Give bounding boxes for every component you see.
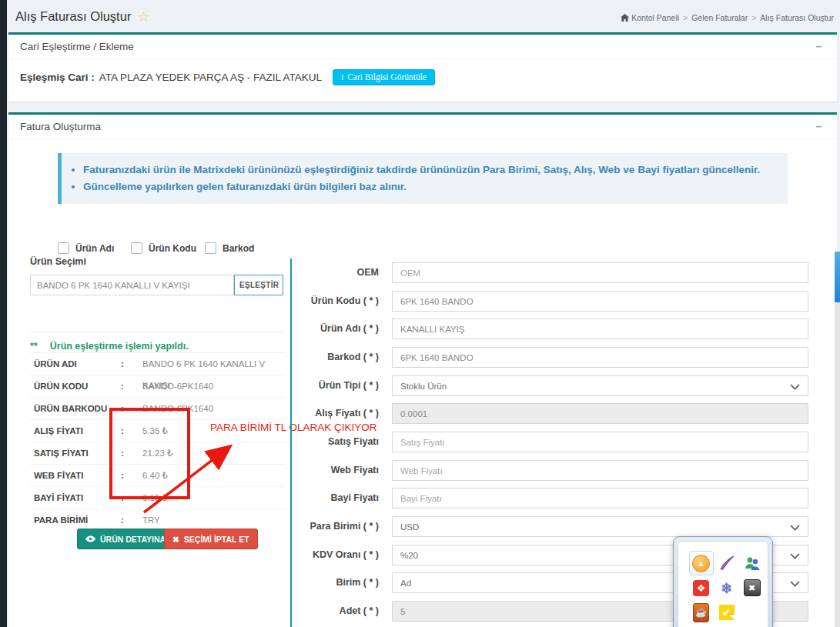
checkbox-barkod[interactable]: Barkod: [205, 242, 254, 254]
detail-colon: :: [121, 353, 124, 375]
breadcrumb-home[interactable]: Kontol Paneli: [631, 13, 679, 22]
detail-label: ALIŞ FİYATI: [34, 420, 83, 442]
field-label: Barkod ( * ): [225, 352, 379, 362]
checkbox-urun-kodu[interactable]: Ürün Kodu: [131, 242, 196, 254]
barcode-input[interactable]: [392, 347, 808, 368]
invoice-panel-header: Fatura Oluşturma −: [8, 115, 837, 139]
note-check-icon[interactable]: ✔: [719, 605, 735, 620]
icon-popup-body: ▲ ❖ ❄ ✖ ☕ ✔: [678, 541, 768, 627]
select-value: USD: [400, 522, 419, 532]
product-type-select[interactable]: Stoklu Ürün: [392, 375, 808, 396]
info-note: Güncelleme yapılırken gelen faturanızdak…: [83, 178, 774, 195]
form-row-bayi-fiyati: Bayi Fiyatı: [225, 488, 817, 509]
selected-tile[interactable]: ▲: [689, 551, 714, 575]
field-label: Satış Fiyatı: [225, 436, 379, 447]
form-row-urun-adi: Ürün Adı ( * ): [225, 319, 817, 339]
form-row-web-fiyati: Web Fiyatı: [225, 460, 817, 481]
people-icon[interactable]: [739, 551, 765, 575]
product-name-input[interactable]: [392, 319, 808, 339]
sidebar-edge: [0, 0, 7, 627]
matched-cari-label: Eşleşmiş Cari :: [20, 72, 95, 83]
form-row-alis-fiyati: Alış Fiyatı ( * ): [225, 403, 817, 424]
detail-value: BANDO-6PK1640: [142, 398, 213, 419]
checkbox-urun-adi[interactable]: Ürün Adı: [58, 242, 114, 254]
home-icon: [621, 14, 629, 22]
field-label: OEM: [225, 267, 379, 278]
collapse-icon[interactable]: −: [815, 115, 822, 138]
oem-input[interactable]: [392, 262, 808, 283]
scrollbar[interactable]: [835, 252, 840, 627]
detail-label: BAYİ FİYATI: [34, 487, 83, 509]
detail-colon: :: [121, 442, 124, 464]
detail-label: PARA BİRİMİ: [34, 509, 88, 531]
page-title: Alış Faturası Oluştur☆: [15, 8, 150, 25]
page-title-text: Alış Faturası Oluştur: [15, 9, 131, 23]
detail-value: 6.40 ₺: [142, 465, 168, 486]
chevron-down-icon: [790, 384, 800, 390]
info-note: Faturanızdaki ürün ile Matrixdeki ürünün…: [83, 162, 774, 178]
currency-select[interactable]: USD: [392, 516, 808, 537]
cari-info-button-label: Cari Bilgisi Görüntüle: [347, 72, 427, 82]
detail-label: ÜRÜN KODU: [34, 375, 88, 397]
checkbox-label: Barkod: [223, 243, 254, 254]
select-value: %20: [400, 551, 418, 560]
cari-panel-body: Eşleşmiş Cari : ATA PLAZA YEDEK PARÇA AŞ…: [8, 59, 837, 95]
up-arrow-orange-icon[interactable]: ▲: [692, 555, 710, 572]
dealer-price-input[interactable]: [392, 488, 808, 509]
red-diamond-icon[interactable]: ❖: [693, 580, 709, 596]
cari-panel-header: Cari Eşleştirme / Ekleme −: [8, 35, 837, 59]
select-value: Ad: [400, 579, 411, 588]
detail-value: 5.35 ₺: [142, 420, 168, 442]
field-label: Para Birimi ( * ): [225, 521, 379, 532]
invoice-panel-title: Fatura Oluşturma: [20, 121, 101, 132]
cari-panel-title: Cari Eşleştirme / Ekleme: [20, 41, 134, 52]
form-row-urun-kodu: Ürün Kodu ( * ): [225, 291, 817, 312]
detail-label: ÜRÜN BARKODU: [34, 398, 107, 419]
checkbox-label: Ürün Kodu: [149, 243, 196, 254]
detail-label: WEB FİYATI: [34, 465, 84, 486]
sale-price-input[interactable]: [392, 432, 808, 452]
breadcrumb-separator: >: [751, 13, 756, 22]
breadcrumb: Kontol Paneli>Gelen Faturalar>Alış Fatur…: [621, 13, 834, 22]
detail-colon: :: [121, 398, 124, 419]
disabled-app-icon[interactable]: ✖: [744, 579, 761, 596]
field-label: Web Fiyatı: [225, 465, 379, 475]
x-icon: ✖: [172, 535, 179, 544]
breadcrumb-item-current: Alış Faturası Oluştur: [760, 13, 834, 22]
field-label: Ürün Kodu ( * ): [225, 295, 379, 306]
chevron-down-icon: [790, 581, 800, 587]
detail-colon: :: [121, 487, 124, 509]
info-icon: i: [341, 72, 343, 82]
checkbox-icon[interactable]: [58, 242, 69, 254]
checkbox-icon[interactable]: [205, 242, 216, 254]
checkbox-icon[interactable]: [131, 242, 142, 254]
form-row-satis-fiyati: Satış Fiyatı: [225, 432, 817, 452]
field-label: Ürün Adı ( * ): [225, 323, 379, 334]
detail-value: TRY: [142, 509, 160, 531]
collapse-icon[interactable]: −: [815, 35, 822, 58]
product-search-input[interactable]: [30, 275, 234, 295]
field-label: Birim ( * ): [225, 577, 379, 588]
field-label: Adet ( * ): [225, 605, 379, 616]
detail-value: BANDO-6PK1640: [142, 375, 213, 397]
product-code-input[interactable]: [392, 291, 808, 312]
checkbox-label: Ürün Adı: [75, 243, 114, 254]
eye-icon: [85, 535, 95, 542]
scrollbar-thumb[interactable]: [835, 252, 840, 302]
detail-colon: :: [121, 375, 124, 397]
feather-icon[interactable]: [714, 551, 739, 575]
detail-label: ÜRÜN ADI: [34, 353, 77, 375]
detail-value: 6.15 ₺: [142, 487, 168, 509]
match-result-prefix: **: [30, 341, 38, 352]
web-price-input[interactable]: [392, 460, 808, 481]
page: Alış Faturası Oluştur☆ Kontol Paneli>Gel…: [0, 0, 840, 627]
match-result-text: Ürün eşleştirme işlemi yapıldı.: [50, 341, 189, 352]
snowflake-icon[interactable]: ❄: [721, 579, 733, 597]
purchase-price-input: [392, 403, 808, 424]
favorite-star-icon[interactable]: ☆: [137, 9, 149, 25]
breadcrumb-item-gelen-faturalar[interactable]: Gelen Faturalar: [691, 13, 748, 22]
java-icon[interactable]: ☕: [693, 603, 709, 622]
detail-colon: :: [121, 420, 124, 442]
cari-info-button[interactable]: iCari Bilgisi Görüntüle: [333, 69, 435, 85]
cari-panel: Cari Eşleştirme / Ekleme − Eşleşmiş Cari…: [8, 32, 837, 102]
